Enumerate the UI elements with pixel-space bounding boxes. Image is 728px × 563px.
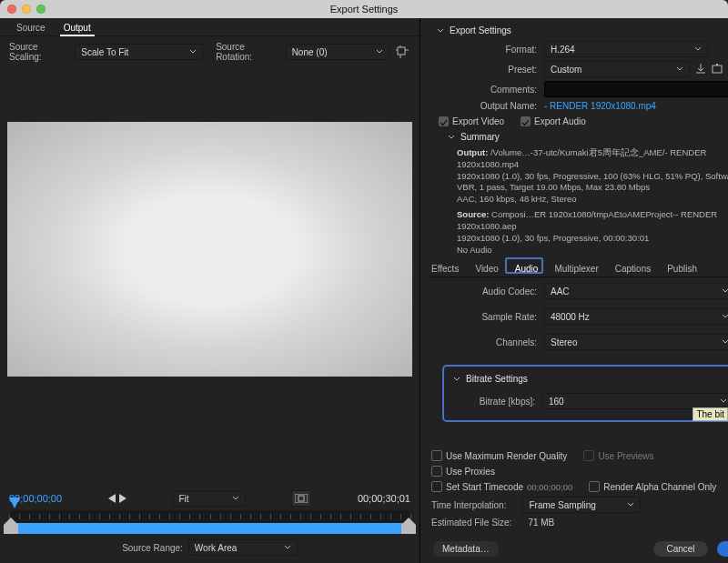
tab-captions[interactable]: Captions	[613, 263, 652, 275]
output-name-label: Output Name:	[437, 101, 537, 111]
chevron-down-icon	[189, 49, 197, 55]
format-value: H.264	[551, 45, 575, 55]
timeline-ruler[interactable]	[9, 510, 410, 523]
channels-select[interactable]: Stereo	[544, 334, 728, 350]
bitrate-label: Bitrate [kbps]:	[453, 397, 535, 407]
source-scaling-label: Source Scaling:	[9, 42, 69, 62]
preset-label: Preset:	[437, 65, 537, 75]
set-start-timecode-checkbox[interactable]: Set Start Timecode 00;00;00;00	[431, 481, 572, 492]
preset-value: Custom	[551, 65, 581, 75]
bitrate-settings-highlight: Bitrate Settings Bitrate [kbps]: 160	[442, 365, 728, 422]
export-video-checkbox[interactable]: Export Video	[439, 116, 504, 126]
audio-codec-select[interactable]: AAC	[544, 283, 728, 299]
tab-multiplexer[interactable]: Multiplexer	[552, 263, 600, 275]
tab-publish[interactable]: Publish	[665, 263, 699, 275]
chevron-down-icon	[284, 545, 291, 550]
estimated-size-value: 71 MB	[528, 518, 554, 528]
source-range-select[interactable]: Work Area	[188, 539, 298, 556]
format-select[interactable]: H.264	[544, 41, 708, 57]
svg-rect-0	[398, 47, 405, 55]
chevron-down-icon	[627, 502, 634, 508]
summary-output-label: Output:	[457, 147, 488, 157]
crop-source-icon[interactable]	[395, 44, 410, 60]
metadata-button[interactable]: Metadata…	[433, 541, 499, 557]
chevron-down-icon	[232, 496, 239, 501]
estimated-size-label: Estimated File Size:	[431, 518, 511, 528]
sample-rate-select[interactable]: 48000 Hz	[544, 308, 728, 325]
tab-video[interactable]: Video	[473, 263, 500, 275]
tab-audio[interactable]: Audio	[513, 263, 541, 275]
timeline-range[interactable]	[9, 523, 410, 534]
aspect-ratio-icon[interactable]	[291, 490, 311, 507]
summary-section-title: Summary	[460, 132, 500, 142]
window-title: Export Settings	[0, 4, 728, 15]
zoom-fit-select[interactable]: Fit	[173, 491, 246, 507]
format-label: Format:	[437, 45, 537, 55]
source-range-label: Source Range:	[122, 543, 183, 553]
source-rotation-select[interactable]: None (0)	[286, 44, 389, 60]
titlebar: Export Settings	[0, 0, 728, 18]
chevron-down-icon	[720, 398, 727, 404]
use-previews-checkbox: Use Previews	[583, 450, 653, 461]
svg-rect-2	[298, 496, 304, 501]
chevron-down-icon	[722, 314, 728, 319]
source-scaling-select[interactable]: Scale To Fit	[75, 44, 203, 60]
chevron-down-icon	[676, 66, 683, 72]
comments-label: Comments:	[437, 85, 537, 95]
svg-rect-3	[713, 65, 722, 73]
zoom-fit-value: Fit	[179, 494, 189, 504]
output-name-link[interactable]: - RENDER 1920x1080.mp4	[544, 101, 728, 111]
cancel-button[interactable]: Cancel	[653, 541, 707, 557]
chevron-down-icon[interactable]	[448, 132, 455, 142]
chevron-down-icon[interactable]	[453, 374, 460, 384]
start-timecode-value: 00;00;00;00	[527, 482, 572, 492]
chevron-down-icon	[722, 339, 728, 345]
summary-output-text: /Volume…-37-utc/Kumaki君5周年記念_AME/- RENDE…	[457, 147, 728, 204]
chevron-down-icon	[694, 46, 702, 52]
max-render-quality-checkbox[interactable]: Use Maximum Render Quality	[431, 450, 567, 461]
channels-label: Channels:	[437, 337, 537, 347]
preset-select[interactable]: Custom	[544, 61, 690, 77]
bitrate-settings-title: Bitrate Settings	[466, 374, 528, 384]
render-alpha-only-checkbox[interactable]: Render Alpha Channel Only	[589, 481, 716, 492]
audio-codec-label: Audio Codec:	[437, 287, 537, 297]
use-proxies-checkbox[interactable]: Use Proxies	[431, 466, 495, 477]
save-preset-icon[interactable]	[695, 63, 706, 75]
timecode-end: 00;00;30;01	[358, 493, 410, 504]
export-settings-section-title: Export Settings	[450, 25, 511, 35]
step-forward-icon[interactable]	[119, 494, 126, 503]
source-rotation-value: None (0)	[292, 47, 328, 57]
ok-button[interactable]: OK	[717, 541, 728, 557]
tooltip: The bit	[693, 407, 728, 421]
step-back-icon[interactable]	[108, 494, 116, 503]
source-rotation-label: Source Rotation:	[216, 42, 280, 62]
tab-output[interactable]: Output	[55, 20, 100, 35]
import-preset-icon[interactable]	[712, 63, 723, 75]
source-scaling-value: Scale To Fit	[81, 47, 128, 57]
tab-source[interactable]: Source	[7, 20, 55, 35]
chevron-down-icon[interactable]	[437, 25, 444, 35]
tab-effects[interactable]: Effects	[430, 263, 460, 275]
summary-source-text: Composi…ER 1920x1080/tmpAEtoAMEProject--…	[457, 209, 717, 254]
source-range-value: Work Area	[195, 543, 238, 553]
chevron-down-icon	[722, 288, 728, 294]
preview-canvas[interactable]	[7, 122, 412, 377]
time-interpolation-select[interactable]: Frame Sampling	[522, 497, 641, 513]
comments-input[interactable]	[544, 81, 728, 97]
summary-source-label: Source:	[457, 209, 489, 219]
time-interpolation-label: Time Interpolation:	[431, 500, 506, 510]
sample-rate-label: Sample Rate:	[437, 312, 537, 322]
export-audio-checkbox[interactable]: Export Audio	[521, 116, 586, 126]
chevron-down-icon	[376, 49, 383, 55]
